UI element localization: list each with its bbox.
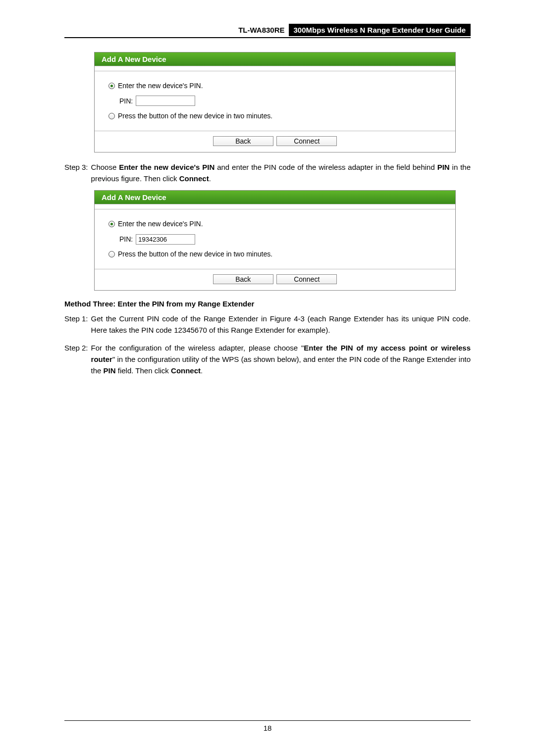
radio-enter-pin[interactable] [108, 221, 115, 227]
step-label: Step 2: [64, 342, 88, 377]
step-text: For the configuration of the wireless ad… [91, 342, 471, 377]
pin-input[interactable] [136, 234, 195, 245]
panel-title: Add A New Device [95, 52, 455, 66]
add-device-panel-2: Add A New Device Enter the new device's … [94, 190, 456, 291]
panel-sep [95, 66, 455, 71]
method-step-1: Step 1: Get the Current PIN code of the … [64, 313, 471, 336]
step-label: Step 3: [64, 161, 88, 185]
back-button[interactable]: Back [213, 274, 273, 284]
pin-label: PIN: [119, 95, 133, 108]
radio-press-button-label: Press the button of the new device in tw… [118, 109, 272, 123]
back-button[interactable]: Back [213, 136, 273, 146]
panel-title: Add A New Device [95, 191, 455, 204]
pin-label: PIN: [119, 233, 133, 246]
radio-press-button-label: Press the button of the new device in tw… [118, 248, 272, 261]
radio-enter-pin[interactable] [108, 83, 115, 89]
radio-press-button[interactable] [108, 113, 115, 119]
connect-button[interactable]: Connect [276, 274, 337, 284]
add-device-panel-1: Add A New Device Enter the new device's … [94, 52, 456, 152]
step-3: Step 3: Choose Enter the new device's PI… [64, 161, 471, 185]
pin-input[interactable] [136, 96, 195, 106]
step-text: Get the Current PIN code of the Range Ex… [91, 313, 471, 336]
page-number: 18 [64, 720, 471, 732]
guide-title: 300Mbps Wireless N Range Extender User G… [289, 24, 471, 36]
step-label: Step 1: [64, 313, 88, 336]
radio-press-button[interactable] [108, 251, 115, 257]
page-header: TL-WA830RE 300Mbps Wireless N Range Exte… [64, 24, 471, 38]
method-step-2: Step 2: For the configuration of the wir… [64, 342, 471, 377]
method-three-title: Method Three: Enter the PIN from my Rang… [64, 300, 471, 308]
step-text: Choose Enter the new device's PIN and en… [91, 161, 471, 185]
panel-sep [95, 204, 455, 209]
radio-enter-pin-label: Enter the new device's PIN. [118, 79, 203, 93]
connect-button[interactable]: Connect [276, 136, 337, 146]
model-label: TL-WA830RE [234, 24, 288, 36]
radio-enter-pin-label: Enter the new device's PIN. [118, 217, 203, 231]
